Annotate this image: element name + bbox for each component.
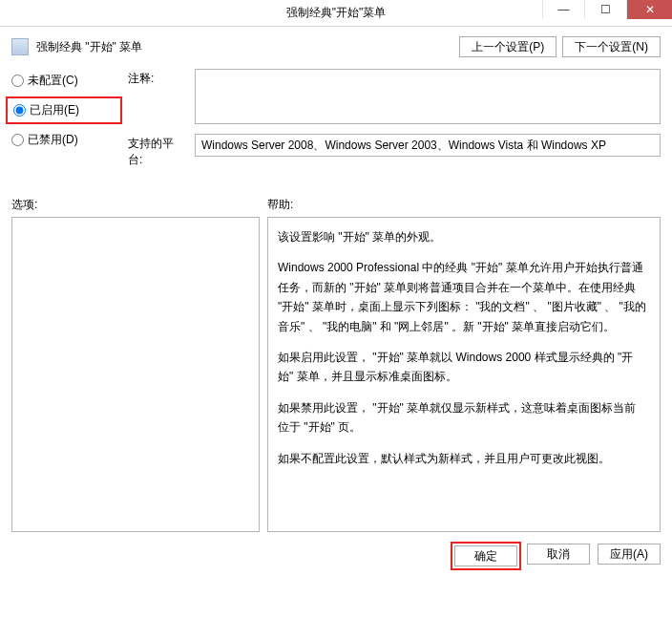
previous-setting-button[interactable]: 上一个设置(P): [459, 36, 556, 57]
upper-section: 未配置(C) 已启用(E) 已禁用(D) 注释: 支持的平台: W: [11, 69, 661, 168]
radio-enabled-label: 已启用(E): [30, 102, 79, 118]
platform-label: 支持的平台:: [128, 134, 187, 168]
minimize-button[interactable]: —: [542, 0, 584, 19]
fields-column: 注释: 支持的平台: Windows Server 2008、Windows S…: [128, 69, 661, 168]
next-setting-button[interactable]: 下一个设置(N): [562, 36, 661, 57]
maximize-button[interactable]: ☐: [584, 0, 626, 19]
platform-value: Windows Server 2008、Windows Server 2003、…: [195, 134, 661, 157]
radio-disabled[interactable]: 已禁用(D): [11, 132, 116, 148]
help-paragraph: 如果不配置此设置，默认样式为新样式，并且用户可更改此视图。: [278, 449, 646, 468]
radio-enabled-input[interactable]: [13, 104, 26, 117]
options-label: 选项:: [11, 197, 267, 213]
content-area: 强制经典 "开始" 菜单 上一个设置(P) 下一个设置(N) 未配置(C) 已启…: [0, 27, 672, 578]
comment-row: 注释:: [128, 69, 661, 124]
app-icon: [6, 6, 21, 21]
close-button[interactable]: ✕: [626, 0, 672, 19]
help-paragraph: 该设置影响 "开始" 菜单的外观。: [278, 227, 646, 246]
radio-enabled-highlight: 已启用(E): [6, 96, 122, 124]
radio-not-configured[interactable]: 未配置(C): [11, 73, 116, 89]
help-paragraph: 如果禁用此设置， "开始" 菜单就仅显示新样式，这意味着桌面图标当前位于 "开始…: [278, 398, 646, 438]
radio-not-configured-input[interactable]: [11, 75, 24, 87]
radio-disabled-input[interactable]: [11, 134, 24, 146]
policy-title: 强制经典 "开始" 菜单: [36, 39, 142, 55]
cancel-button[interactable]: 取消: [527, 544, 590, 565]
help-label: 帮助:: [267, 197, 293, 213]
window-title: 强制经典"开始"菜单: [286, 5, 387, 21]
state-radios: 未配置(C) 已启用(E) 已禁用(D): [11, 69, 116, 168]
header-row: 强制经典 "开始" 菜单 上一个设置(P) 下一个设置(N): [11, 36, 661, 57]
radio-disabled-label: 已禁用(D): [28, 132, 78, 148]
comment-label: 注释:: [128, 69, 187, 124]
comment-textarea[interactable]: [195, 69, 661, 124]
help-paragraph: Windows 2000 Professional 中的经典 "开始" 菜单允许…: [278, 258, 646, 336]
help-paragraph: 如果启用此设置， "开始" 菜单就以 Windows 2000 样式显示经典的 …: [278, 348, 646, 387]
platform-text: Windows Server 2008、Windows Server 2003、…: [201, 138, 606, 154]
help-panel[interactable]: 该设置影响 "开始" 菜单的外观。 Windows 2000 Professio…: [267, 217, 661, 532]
nav-buttons: 上一个设置(P) 下一个设置(N): [459, 36, 661, 57]
ok-button[interactable]: 确定: [454, 545, 517, 566]
panel-labels: 选项: 帮助:: [11, 197, 661, 213]
window-controls: — ☐ ✕: [542, 0, 672, 26]
radio-enabled[interactable]: 已启用(E): [13, 102, 115, 118]
footer-buttons: 确定 取消 应用(A): [11, 544, 661, 568]
panels-row: 该设置影响 "开始" 菜单的外观。 Windows 2000 Professio…: [11, 217, 661, 532]
apply-button[interactable]: 应用(A): [598, 544, 661, 565]
policy-icon: [11, 38, 29, 55]
platform-row: 支持的平台: Windows Server 2008、Windows Serve…: [128, 134, 661, 168]
radio-not-configured-label: 未配置(C): [28, 73, 78, 89]
options-panel: [11, 217, 260, 532]
title-bar: 强制经典"开始"菜单 — ☐ ✕: [0, 0, 672, 27]
ok-highlight: 确定: [451, 542, 521, 570]
